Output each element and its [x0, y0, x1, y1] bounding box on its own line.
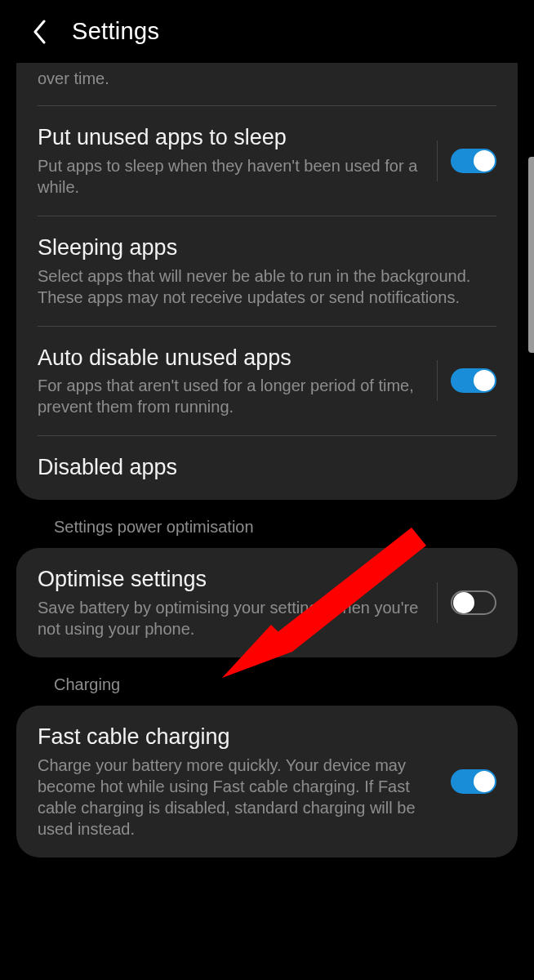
row-text: Sleeping apps Select apps that will neve… — [38, 234, 496, 308]
row-fast-cable-charging[interactable]: Fast cable charging Charge your battery … — [38, 706, 496, 858]
toggle-optimise-settings[interactable] — [451, 590, 496, 615]
toggle-wrap — [437, 360, 496, 401]
partial-subtitle: over time. — [38, 63, 496, 106]
row-text: Auto disable unused apps For apps that a… — [38, 345, 424, 418]
scrollbar-thumb[interactable] — [528, 157, 534, 353]
card-fast-cable-charging: Fast cable charging Charge your battery … — [16, 706, 518, 858]
toggle-wrap — [437, 582, 496, 623]
row-text: Put unused apps to sleep Put apps to sle… — [38, 124, 424, 198]
row-subtitle: For apps that aren't used for a longer p… — [38, 375, 424, 417]
row-title: Disabled apps — [38, 454, 496, 482]
row-disabled-apps[interactable]: Disabled apps — [38, 436, 496, 500]
page-title: Settings — [72, 18, 159, 45]
row-sleeping-apps[interactable]: Sleeping apps Select apps that will neve… — [38, 216, 496, 327]
row-title: Fast cable charging — [38, 724, 438, 751]
row-subtitle: Charge your battery more quickly. Your d… — [38, 755, 438, 840]
row-title: Auto disable unused apps — [38, 345, 424, 372]
toggle-put-unused-apps-to-sleep[interactable] — [451, 149, 496, 173]
row-text: Disabled apps — [38, 454, 496, 482]
toggle-wrap — [437, 140, 496, 181]
toggle-fast-cable-charging[interactable] — [451, 769, 496, 794]
row-optimise-settings[interactable]: Optimise settings Save battery by optimi… — [38, 548, 496, 657]
row-title: Put unused apps to sleep — [38, 124, 424, 152]
row-subtitle: Select apps that will never be able to r… — [38, 265, 496, 308]
row-text: Fast cable charging Charge your battery … — [38, 724, 438, 840]
row-text: Optimise settings Save battery by optimi… — [38, 566, 424, 639]
toggle-auto-disable-unused-apps[interactable] — [451, 368, 496, 393]
section-heading-power-optimisation: Settings power optimisation — [16, 514, 518, 548]
card-app-power-management: over time. Put unused apps to sleep Put … — [16, 63, 518, 500]
row-subtitle: Save battery by optimising your settings… — [38, 597, 424, 639]
card-optimise-settings: Optimise settings Save battery by optimi… — [16, 548, 518, 657]
row-auto-disable-unused-apps[interactable]: Auto disable unused apps For apps that a… — [38, 327, 496, 437]
row-title: Optimise settings — [38, 566, 424, 594]
settings-scroll-area: over time. Put unused apps to sleep Put … — [0, 63, 534, 858]
row-put-unused-apps-to-sleep[interactable]: Put unused apps to sleep Put apps to sle… — [38, 106, 496, 216]
toggle-wrap — [451, 761, 496, 802]
back-icon[interactable] — [31, 23, 49, 41]
app-header: Settings — [0, 0, 534, 63]
section-heading-charging: Charging — [16, 672, 518, 706]
row-subtitle: Put apps to sleep when they haven't been… — [38, 155, 424, 198]
row-title: Sleeping apps — [38, 234, 496, 262]
